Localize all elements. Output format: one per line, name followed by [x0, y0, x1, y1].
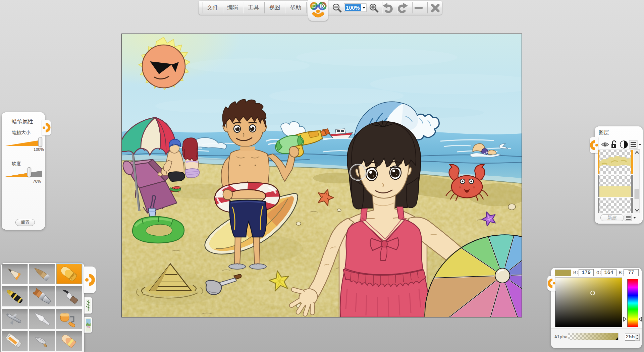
svg-text:100%: 100%: [346, 5, 360, 11]
